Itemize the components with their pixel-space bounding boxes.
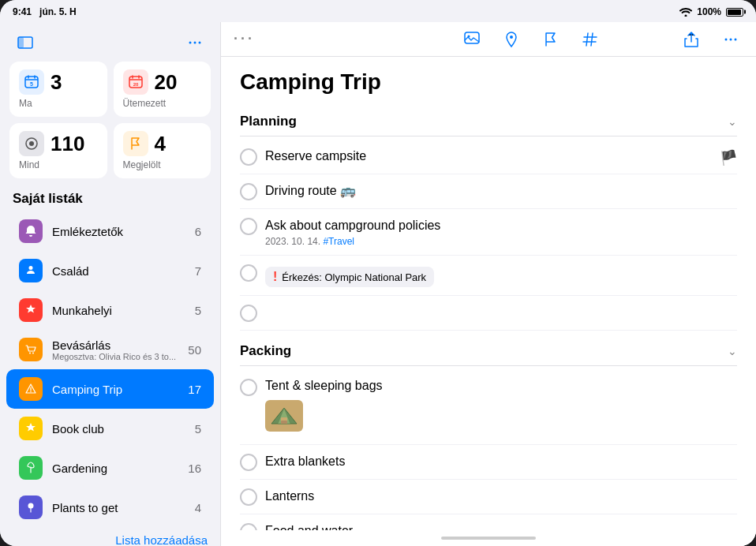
list-count-camping: 17 (188, 383, 201, 396)
packing-section: Packing ⌄ Tent & sleeping bags (240, 337, 737, 530)
svg-point-2 (189, 42, 192, 44)
list-icon-gardening (19, 456, 43, 480)
list-icon-bookclub (19, 417, 43, 440)
stat-card-flagged[interactable]: 4 Megjelölt (114, 123, 211, 178)
list-icon-bevasarlas (19, 338, 43, 361)
list-icon-munkahelyi (19, 298, 43, 322)
planning-section-header[interactable]: Planning ⌄ (240, 107, 737, 136)
status-bar: 9:41 jún. 5. H 100% (0, 0, 756, 22)
stat-card-today[interactable]: 5 3 Ma (9, 62, 107, 117)
todo-item-food: Food and water (240, 514, 737, 530)
todo-checkbox-driving[interactable] (240, 183, 257, 200)
todo-text-food: Food and water (265, 524, 353, 530)
packing-section-title: Packing (240, 343, 291, 359)
packing-section-header[interactable]: Packing ⌄ (240, 337, 737, 366)
todo-item-reminder: ! Érkezés: Olympic National Park (240, 256, 737, 296)
reminder-badge: ! Érkezés: Olympic National Park (265, 267, 434, 287)
todo-text-campground: Ask about campground policies (265, 219, 440, 232)
status-right: 100% (679, 6, 743, 17)
todo-checkbox-campground[interactable] (240, 218, 257, 235)
toolbar-more-button[interactable] (718, 27, 743, 52)
list-count-plants: 4 (195, 501, 201, 514)
todo-item-campground: Ask about campground policies 2023. 10. … (240, 209, 737, 256)
ipad-frame: 9:41 jún. 5. H 100% (0, 0, 756, 546)
todo-checkbox-empty[interactable] (240, 305, 257, 322)
todo-item-blankets: Extra blankets (240, 445, 737, 480)
sidebar-item-gardening[interactable]: Gardening 16 (6, 448, 214, 488)
svg-text:20: 20 (133, 82, 138, 87)
svg-point-31 (735, 38, 737, 40)
toolbar-share-button[interactable] (679, 27, 704, 52)
sidebar-item-csalad[interactable]: Család 7 (6, 251, 214, 290)
sidebar-item-emlekeztetok[interactable]: Emlékeztetők 6 (6, 211, 214, 251)
sidebar-footer: Lista hozzáadása (0, 527, 220, 546)
list-name-plants: Plants to get (52, 501, 185, 514)
todo-item-reserve: Reserve campsite 🏴 (240, 140, 737, 174)
list-count-emlekeztetok: 6 (195, 225, 201, 238)
toolbar-hashtag-icon[interactable] (578, 27, 603, 52)
add-list-link[interactable]: Lista hozzáadása (115, 533, 208, 546)
my-lists-header: Saját listák (0, 188, 220, 211)
sidebar-more-button[interactable] (182, 30, 208, 55)
list-name-munkahelyi: Munkahelyi (52, 304, 185, 317)
toolbar-center: ··· (234, 31, 255, 47)
planning-section: Planning ⌄ Reserve campsite 🏴 (240, 107, 737, 331)
battery-fill (728, 9, 741, 15)
svg-point-4 (199, 42, 201, 44)
svg-point-23 (468, 35, 470, 37)
list-count-bevasarlas: 50 (188, 343, 201, 357)
svg-point-24 (510, 36, 513, 39)
list-icon-emlekeztetok (19, 219, 43, 243)
stat-icon-scheduled: 20 (123, 69, 148, 95)
list-name-csalad: Család (52, 264, 185, 278)
todo-checkbox-food[interactable] (240, 523, 257, 530)
stat-icon-flagged (123, 131, 148, 156)
home-indicator (221, 530, 756, 546)
planning-chevron-icon: ⌄ (728, 115, 737, 128)
stat-number-all: 110 (51, 132, 84, 156)
svg-point-30 (730, 38, 732, 40)
reminder-exclaim-icon: ! (273, 270, 277, 284)
toolbar-flag-icon[interactable] (538, 27, 563, 52)
note-content: Camping Trip Planning ⌄ Reserve campsite… (221, 57, 756, 530)
todo-checkbox-blankets[interactable] (240, 454, 257, 471)
stat-card-all[interactable]: 110 Mind (9, 123, 107, 178)
reminder-text: Érkezés: Olympic National Park (282, 271, 426, 283)
svg-line-26 (591, 33, 593, 46)
date: jún. 5. H (39, 6, 77, 17)
svg-line-25 (586, 33, 588, 46)
toolbar-gallery-icon[interactable] (459, 27, 485, 52)
main-panel: ··· (221, 22, 756, 546)
todo-flag-reserve: 🏴 (720, 149, 737, 166)
sidebar-item-munkahelyi[interactable]: Munkahelyi 5 (6, 290, 214, 330)
stat-card-scheduled[interactable]: 20 20 Ütemezett (114, 62, 211, 117)
sidebar-header (0, 22, 220, 62)
todo-item-tent: Tent & sleeping bags (240, 369, 737, 444)
list-count-csalad: 7 (195, 264, 201, 278)
todo-text-reserve: Reserve campsite (265, 149, 366, 163)
toolbar-location-icon[interactable] (499, 27, 524, 52)
battery-icon (726, 8, 743, 17)
list-name-gardening: Gardening (52, 462, 178, 475)
todo-checkbox-lanterns[interactable] (240, 488, 257, 506)
packing-chevron-icon: ⌄ (728, 345, 737, 357)
tent-image (265, 400, 303, 432)
svg-point-17 (29, 353, 31, 354)
todo-text-driving: Driving route 🚌 (265, 184, 356, 197)
sidebar-item-bevasarlas[interactable]: Bevásárlás Megosztva: Olivia Rico és 3 t… (6, 330, 214, 369)
sidebar-item-bookclub[interactable]: Book club 5 (6, 409, 214, 448)
svg-point-3 (194, 42, 196, 44)
wifi-icon (679, 7, 692, 17)
list-name-emlekeztetok: Emlékeztetők (52, 225, 185, 238)
planning-section-title: Planning (240, 114, 297, 129)
list-count-munkahelyi: 5 (195, 304, 201, 317)
toolbar-dots: ··· (234, 31, 255, 47)
todo-item-lanterns: Lanterns (240, 480, 737, 514)
toolbar-icons-group (459, 27, 743, 52)
todo-checkbox-reminder[interactable] (240, 264, 257, 282)
sidebar-item-plants[interactable]: Plants to get 4 (6, 488, 214, 527)
todo-checkbox-reserve[interactable] (240, 148, 257, 166)
sidebar-item-camping[interactable]: Camping Trip 17 (6, 369, 214, 409)
sidebar-toggle-button[interactable] (13, 30, 38, 55)
todo-checkbox-tent[interactable] (240, 379, 257, 396)
